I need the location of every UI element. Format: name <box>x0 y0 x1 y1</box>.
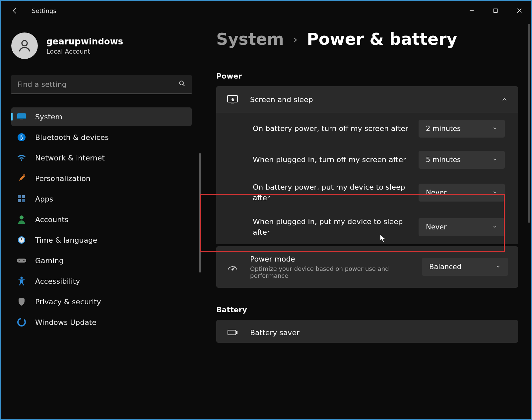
minimize-button[interactable] <box>460 1 484 21</box>
person-icon <box>17 214 27 224</box>
update-icon <box>17 317 27 327</box>
app-title: Settings <box>32 7 56 14</box>
screen-sleep-expander[interactable]: Screen and sleep <box>216 86 518 113</box>
dropdown-value: Never <box>426 223 492 231</box>
dropdown-power-mode[interactable]: Balanced <box>422 258 508 276</box>
maximize-button[interactable] <box>484 1 507 21</box>
user-name: gearupwindows <box>46 36 123 46</box>
nav-item-accessibility[interactable]: Accessibility <box>11 272 192 290</box>
power-mode-subtitle: Optimize your device based on power use … <box>250 265 422 279</box>
svg-rect-15 <box>22 199 25 202</box>
avatar[interactable] <box>11 32 38 59</box>
svg-point-5 <box>179 81 183 85</box>
nav-label: Privacy & security <box>35 298 101 306</box>
svg-point-23 <box>23 260 25 261</box>
nav-list: System Bluetooth & devices Network & int… <box>11 107 192 331</box>
chevron-down-icon <box>496 263 501 271</box>
gamepad-icon <box>17 256 27 266</box>
section-title-battery: Battery <box>216 306 518 314</box>
nav-item-privacy[interactable]: Privacy & security <box>11 292 192 311</box>
breadcrumb: System › Power & battery <box>216 30 518 49</box>
close-button[interactable] <box>507 1 531 21</box>
dropdown-plugged-sleep[interactable]: Never <box>419 218 505 236</box>
svg-point-25 <box>18 319 25 326</box>
svg-rect-21 <box>17 259 26 263</box>
dropdown-battery-sleep[interactable]: Never <box>419 184 505 202</box>
main-scrollbar[interactable] <box>528 24 530 223</box>
apps-icon <box>17 194 27 204</box>
svg-rect-8 <box>17 118 26 119</box>
nav-label: Windows Update <box>35 318 97 327</box>
screen-sleep-icon <box>226 95 239 104</box>
dropdown-value: 5 minutes <box>426 156 492 164</box>
nav-label: Personalization <box>35 174 91 183</box>
setting-battery-screen-off: On battery power, turn off my screen aft… <box>216 113 518 144</box>
bluetooth-icon <box>17 132 27 142</box>
setting-plugged-sleep: When plugged in, put my device to sleep … <box>216 210 518 244</box>
nav-label: Time & language <box>35 236 97 244</box>
dropdown-value: Balanced <box>429 263 496 271</box>
nav-label: Bluetooth & devices <box>35 133 109 142</box>
setting-label: On battery power, turn off my screen aft… <box>253 123 419 134</box>
paintbrush-icon <box>17 173 27 183</box>
svg-rect-12 <box>18 195 21 198</box>
power-mode-row[interactable]: Power mode Optimize your device based on… <box>216 246 518 288</box>
nav-item-time-language[interactable]: Time & language <box>11 231 192 249</box>
clock-icon <box>17 235 27 245</box>
nav-item-personalization[interactable]: Personalization <box>11 169 192 188</box>
nav-label: System <box>35 113 62 121</box>
chevron-down-icon <box>492 156 498 164</box>
chevron-down-icon <box>492 223 498 231</box>
chevron-right-icon: › <box>293 33 298 46</box>
setting-label: When plugged in, put my device to sleep … <box>253 216 419 238</box>
setting-label: When plugged in, turn off my screen afte… <box>253 154 419 165</box>
chevron-down-icon <box>492 125 498 133</box>
svg-rect-13 <box>22 195 25 198</box>
nav-item-system[interactable]: System <box>11 107 192 126</box>
svg-point-4 <box>22 40 27 46</box>
chevron-up-icon <box>501 96 508 103</box>
back-button[interactable] <box>11 6 19 15</box>
dropdown-value: Never <box>426 189 492 197</box>
nav-label: Gaming <box>35 257 64 265</box>
nav-item-gaming[interactable]: Gaming <box>11 251 192 270</box>
svg-rect-31 <box>236 331 237 333</box>
nav-item-bluetooth[interactable]: Bluetooth & devices <box>11 128 192 147</box>
dropdown-value: 2 minutes <box>426 125 492 133</box>
nav-label: Accounts <box>35 215 68 224</box>
battery-saver-icon <box>226 329 239 336</box>
svg-rect-14 <box>18 199 21 202</box>
nav-label: Network & internet <box>35 154 105 162</box>
svg-point-16 <box>20 215 24 219</box>
search-icon <box>178 80 186 89</box>
search-input-container[interactable] <box>11 75 192 94</box>
nav-item-network[interactable]: Network & internet <box>11 149 192 167</box>
breadcrumb-parent[interactable]: System <box>216 30 284 49</box>
power-mode-icon <box>226 263 239 271</box>
dropdown-plugged-screen-off[interactable]: 5 minutes <box>419 151 505 169</box>
chevron-down-icon <box>492 189 498 197</box>
page-title: Power & battery <box>307 30 457 49</box>
search-input[interactable] <box>17 80 178 89</box>
nav-label: Apps <box>35 195 53 203</box>
wifi-icon <box>17 153 27 163</box>
setting-label: On battery power, put my device to sleep… <box>253 182 419 203</box>
svg-point-29 <box>232 269 233 270</box>
nav-item-accounts[interactable]: Accounts <box>11 210 192 229</box>
nav-item-windows-update[interactable]: Windows Update <box>11 313 192 331</box>
power-mode-title: Power mode <box>250 255 422 263</box>
section-title-power: Power <box>216 72 518 80</box>
shield-icon <box>17 297 27 307</box>
svg-point-24 <box>21 277 23 279</box>
battery-saver-title: Battery saver <box>250 329 508 337</box>
svg-rect-30 <box>228 330 236 335</box>
svg-point-22 <box>19 260 20 261</box>
svg-line-6 <box>183 85 185 86</box>
battery-saver-expander[interactable]: Battery saver <box>216 320 518 343</box>
svg-rect-1 <box>494 9 498 13</box>
dropdown-battery-screen-off[interactable]: 2 minutes <box>419 120 505 138</box>
nav-item-apps[interactable]: Apps <box>11 190 192 208</box>
setting-plugged-screen-off: When plugged in, turn off my screen afte… <box>216 144 518 175</box>
monitor-icon <box>17 112 27 122</box>
svg-rect-9 <box>20 119 23 120</box>
